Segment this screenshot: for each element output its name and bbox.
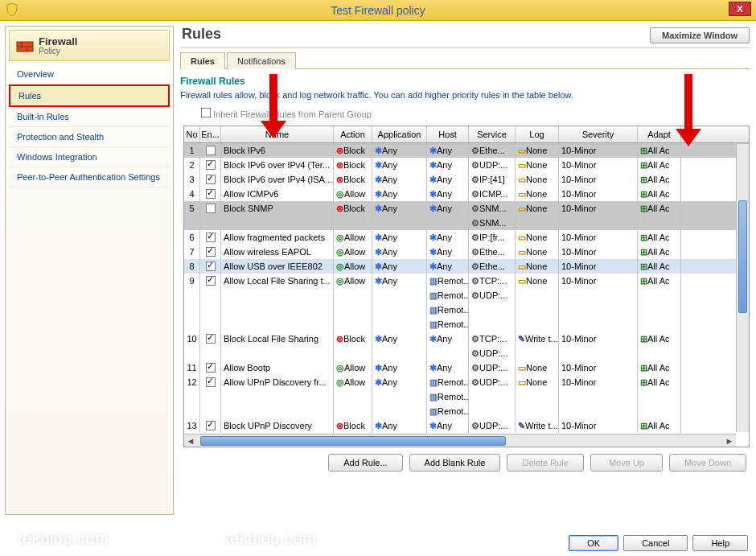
table-row[interactable]: 6Allow fragmented packets◎ Allow✱ Any✱ A… <box>184 230 749 245</box>
scroll-right-arrow[interactable]: ► <box>723 436 736 446</box>
table-subrow[interactable]: ▥ Remot... <box>184 317 749 332</box>
enable-checkbox[interactable] <box>206 233 216 242</box>
table-row[interactable]: 7Allow wireless EAPOL◎ Allow✱ Any✱ Any⚙ … <box>184 245 749 259</box>
sidebar-item-built-in-rules[interactable]: Built-in Rules <box>9 107 170 127</box>
cancel-button[interactable]: Cancel <box>623 535 688 551</box>
host-icon: ▥ <box>429 392 438 402</box>
cell-enabled[interactable] <box>200 375 221 389</box>
table-row[interactable]: 11Allow Bootp◎ Allow✱ Any✱ Any⚙ UDP:...▭… <box>184 360 749 375</box>
col-host[interactable]: Host <box>427 126 469 142</box>
cell-enabled[interactable] <box>200 360 221 375</box>
sidebar-item-protection-and-stealth[interactable]: Protection and Stealth <box>9 127 170 147</box>
table-row[interactable]: 10Block Local File Sharing⊗ Block✱ Any✱ … <box>184 332 749 346</box>
sidebar-item-rules[interactable]: Rules <box>9 84 170 107</box>
tab-notifications[interactable]: Notifications <box>227 52 296 69</box>
enable-checkbox[interactable] <box>206 276 216 286</box>
tab-rules[interactable]: Rules <box>180 52 225 69</box>
cell-enabled[interactable] <box>200 187 221 201</box>
sidebar-item-overview[interactable]: Overview <box>9 64 170 84</box>
col-service[interactable]: Service <box>469 126 516 142</box>
any-icon: ✱ <box>375 160 382 171</box>
table-row[interactable]: 4Allow ICMPv6◎ Allow✱ Any✱ Any⚙ ICMP...▭… <box>184 187 749 201</box>
cell-adapter: ⊞ All Ac <box>638 245 681 259</box>
cell-enabled[interactable] <box>200 201 221 216</box>
section-description: Firewall rules allow, block and log netw… <box>180 90 750 100</box>
cell-enabled[interactable] <box>200 158 221 172</box>
cell-host: ✱ Any <box>427 187 469 201</box>
cell-service: ⚙ IP:[41] <box>469 172 516 187</box>
host-icon: ▥ <box>429 290 438 301</box>
cell-adapter: ⊞ All Ac <box>638 332 681 346</box>
col-name[interactable]: Name <box>221 126 334 142</box>
cell-enabled[interactable] <box>200 259 221 274</box>
enable-checkbox[interactable] <box>206 146 216 155</box>
cell-service: ⚙ ICMP... <box>469 187 516 201</box>
enable-checkbox[interactable] <box>206 247 216 257</box>
col-severity[interactable]: Severity <box>559 126 638 142</box>
table-subrow[interactable]: ▥ Remot... <box>184 303 749 317</box>
vertical-scrollbar[interactable] <box>736 144 749 432</box>
cell-enabled[interactable] <box>200 245 221 259</box>
col-action[interactable]: Action <box>334 126 372 142</box>
cell-host: ✱ Any <box>427 245 469 259</box>
any-icon: ✱ <box>429 160 437 171</box>
table-subrow[interactable]: ▥ Remot...⚙ UDP:... <box>184 288 749 303</box>
cell-enabled[interactable] <box>200 143 221 158</box>
enable-checkbox[interactable] <box>206 363 216 373</box>
col-adapter[interactable]: Adapt <box>638 126 681 142</box>
move-down-button[interactable]: Move Down <box>669 454 746 472</box>
add-rule-button[interactable]: Add Rule... <box>328 454 402 472</box>
horizontal-scrollbar[interactable]: ◄► <box>184 434 736 447</box>
table-row[interactable]: 9Allow Local File Sharing t...◎ Allow✱ A… <box>184 274 749 288</box>
table-subrow[interactable]: ▥ Remot... <box>184 389 749 404</box>
cell-host: ✱ Any <box>427 418 469 433</box>
none-log-icon: ▭ <box>518 146 526 156</box>
scroll-thumb[interactable] <box>200 436 506 446</box>
col-application[interactable]: Application <box>372 126 427 142</box>
cell-application: ✱ Any <box>372 245 427 259</box>
cell-service: ⚙ TCP:... <box>469 332 516 346</box>
inherit-label: Inherit Firewall Rules from Parent Group <box>213 109 372 119</box>
scroll-thumb[interactable] <box>738 200 747 313</box>
help-button[interactable]: Help <box>692 535 748 551</box>
enable-checkbox[interactable] <box>206 189 216 199</box>
table-subrow[interactable]: ▥ Remot... <box>184 404 749 418</box>
table-subrow[interactable]: ⚙ SNM... <box>184 216 749 230</box>
cell-host: ✱ Any <box>427 332 469 346</box>
scroll-left-arrow[interactable]: ◄ <box>184 436 197 446</box>
enable-checkbox[interactable] <box>206 204 216 213</box>
ok-button[interactable]: OK <box>569 535 618 551</box>
sidebar-item-peer-to-peer-authentication-settings[interactable]: Peer-to-Peer Authentication Settings <box>9 167 170 187</box>
table-subrow[interactable]: ⚙ UDP:... <box>184 346 749 360</box>
enable-checkbox[interactable] <box>206 334 216 344</box>
move-up-button[interactable]: Move Up <box>590 454 663 472</box>
table-row[interactable]: 12Allow UPnP Discovery fr...◎ Allow✱ Any… <box>184 375 749 389</box>
cell-enabled[interactable] <box>200 172 221 187</box>
maximize-window-button[interactable]: Maximize Window <box>650 27 750 43</box>
close-button[interactable]: X <box>729 2 751 16</box>
cell-enabled[interactable] <box>200 332 221 346</box>
table-row[interactable]: 13Block UPnP Discovery⊗ Block✱ Any✱ Any⚙… <box>184 418 749 433</box>
sidebar-item-windows-integration[interactable]: Windows Integration <box>9 147 170 167</box>
col-log[interactable]: Log <box>516 126 559 142</box>
enable-checkbox[interactable] <box>206 175 216 184</box>
inherit-checkbox[interactable] <box>201 108 211 117</box>
table-row[interactable]: 3Block IPv6 over IPv4 (ISA...⊗ Block✱ An… <box>184 172 749 187</box>
add-blank-rule-button[interactable]: Add Blank Rule <box>409 454 501 472</box>
cell-enabled[interactable] <box>200 230 221 245</box>
table-row[interactable]: 2Block IPv6 over IPv4 (Ter...⊗ Block✱ An… <box>184 158 749 172</box>
cell-service: ⚙ SNM... <box>469 216 516 230</box>
adapter-icon: ⊞ <box>640 262 647 272</box>
enable-checkbox[interactable] <box>206 421 216 430</box>
col-en[interactable]: En... <box>200 126 221 142</box>
delete-rule-button[interactable]: Delete Rule <box>507 454 583 472</box>
cell-enabled[interactable] <box>200 418 221 433</box>
table-row[interactable]: 5Block SNMP⊗ Block✱ Any✱ Any⚙ SNM...▭ No… <box>184 201 749 216</box>
enable-checkbox[interactable] <box>206 160 216 170</box>
enable-checkbox[interactable] <box>206 377 216 387</box>
cell-enabled[interactable] <box>200 274 221 288</box>
table-row[interactable]: 8Allow USB over IEEE802◎ Allow✱ Any✱ Any… <box>184 259 749 274</box>
col-no[interactable]: No <box>184 126 200 142</box>
enable-checkbox[interactable] <box>206 262 216 271</box>
table-row[interactable]: 1Block IPv6⊗ Block✱ Any✱ Any⚙ Ethe...▭ N… <box>184 143 749 158</box>
